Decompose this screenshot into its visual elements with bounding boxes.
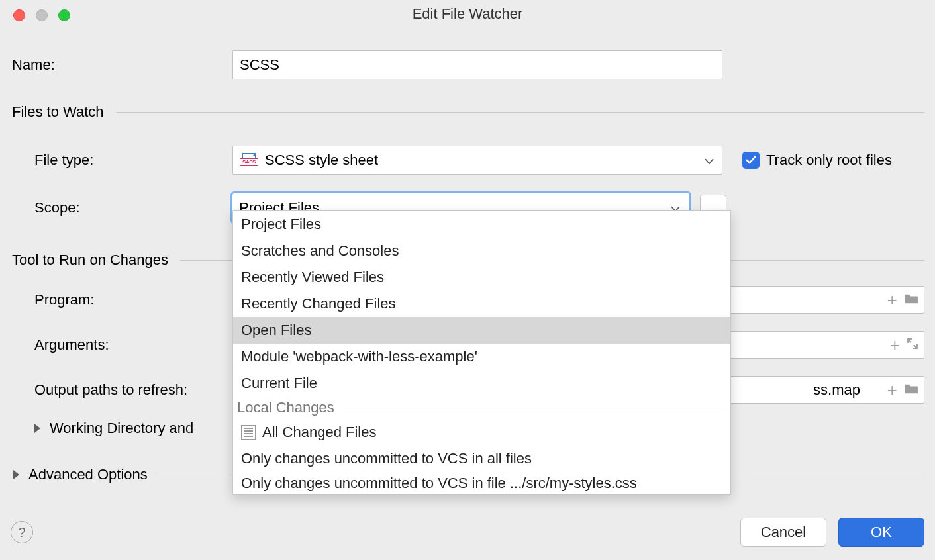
scope-option[interactable]: Only changes uncommitted to VCS in all f… bbox=[233, 445, 730, 472]
scope-option-highlighted[interactable]: Open Files bbox=[233, 317, 730, 344]
file-type-dropdown[interactable]: SASS SCSS style sheet bbox=[232, 146, 722, 175]
triangle-right-icon bbox=[34, 424, 40, 433]
triangle-right-icon bbox=[13, 470, 19, 479]
minimize-icon bbox=[36, 9, 48, 21]
checkbox-checked-icon bbox=[742, 152, 760, 169]
scope-option[interactable]: Recently Viewed Files bbox=[233, 264, 730, 291]
scope-option[interactable]: Current File bbox=[233, 370, 730, 397]
program-label: Program: bbox=[11, 291, 232, 308]
file-type-value: SCSS style sheet bbox=[265, 152, 378, 169]
scope-group-separator: Local Changes bbox=[233, 397, 730, 419]
insert-macro-icon[interactable]: + bbox=[890, 336, 900, 353]
chevron-down-icon bbox=[705, 152, 714, 169]
close-icon[interactable] bbox=[13, 9, 25, 21]
folder-icon[interactable] bbox=[904, 381, 918, 398]
changelist-icon bbox=[241, 425, 256, 440]
scope-option[interactable]: All Changed Files bbox=[233, 419, 730, 445]
scope-option[interactable]: Recently Changed Files bbox=[233, 291, 730, 317]
output-paths-label: Output paths to refresh: bbox=[11, 381, 232, 398]
scope-option[interactable]: Project Files bbox=[233, 211, 730, 238]
scope-label: Scope: bbox=[11, 199, 232, 216]
output-paths-value-tail: ss.map bbox=[813, 381, 860, 398]
zoom-icon[interactable] bbox=[58, 9, 70, 21]
name-input-value: SCSS bbox=[240, 56, 279, 73]
folder-icon[interactable] bbox=[904, 291, 918, 308]
ok-button[interactable]: OK bbox=[838, 518, 924, 547]
window-title: Edit File Watcher bbox=[413, 5, 523, 23]
scope-option[interactable]: Scratches and Consoles bbox=[233, 238, 730, 264]
window-controls bbox=[13, 9, 70, 21]
name-input[interactable]: SCSS bbox=[232, 50, 722, 79]
cancel-button[interactable]: Cancel bbox=[740, 518, 826, 547]
section-tool-to-run: Tool to Run on Changes bbox=[11, 252, 180, 269]
sass-file-icon: SASS bbox=[240, 153, 258, 167]
working-directory-label: Working Directory and bbox=[50, 420, 193, 437]
scope-dropdown-list: Project Files Scratches and Consoles Rec… bbox=[232, 210, 731, 495]
dialog-footer: ? Cancel OK bbox=[11, 518, 924, 547]
scope-option[interactable]: Module 'webpack-with-less-example' bbox=[233, 344, 730, 370]
track-root-checkbox[interactable]: Track only root files bbox=[742, 152, 892, 169]
working-directory-expander[interactable]: Working Directory and bbox=[11, 420, 201, 437]
insert-macro-icon[interactable]: + bbox=[887, 291, 897, 308]
advanced-options-label: Advanced Options bbox=[28, 466, 148, 483]
insert-macro-icon[interactable]: + bbox=[887, 381, 897, 398]
track-root-label: Track only root files bbox=[766, 152, 892, 169]
advanced-options-expander[interactable]: Advanced Options bbox=[11, 466, 154, 483]
name-label: Name: bbox=[11, 56, 232, 73]
help-icon: ? bbox=[18, 525, 25, 540]
arguments-label: Arguments: bbox=[11, 336, 232, 353]
help-button[interactable]: ? bbox=[11, 521, 33, 543]
local-changes-group-label: Local Changes bbox=[236, 399, 344, 416]
scope-option[interactable]: Only changes uncommitted to VCS in file … bbox=[233, 472, 730, 494]
file-type-label: File type: bbox=[11, 152, 232, 169]
section-files-to-watch: Files to Watch bbox=[11, 103, 116, 120]
expand-icon[interactable] bbox=[907, 336, 918, 353]
separator bbox=[116, 112, 924, 113]
titlebar: Edit File Watcher bbox=[0, 0, 935, 25]
dialog-window: Edit File Watcher Name: SCSS Files to Wa… bbox=[0, 0, 935, 560]
